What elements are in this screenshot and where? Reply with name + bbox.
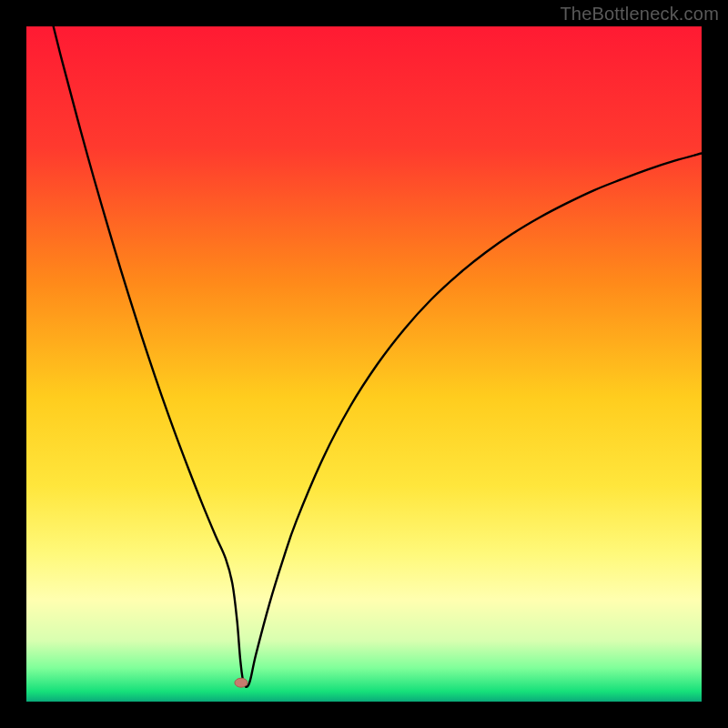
optimal-point-marker [235, 678, 248, 687]
gradient-background [26, 26, 702, 702]
watermark-text: TheBottleneck.com [560, 4, 719, 25]
chart-frame [26, 26, 702, 702]
bottleneck-chart [26, 26, 702, 702]
